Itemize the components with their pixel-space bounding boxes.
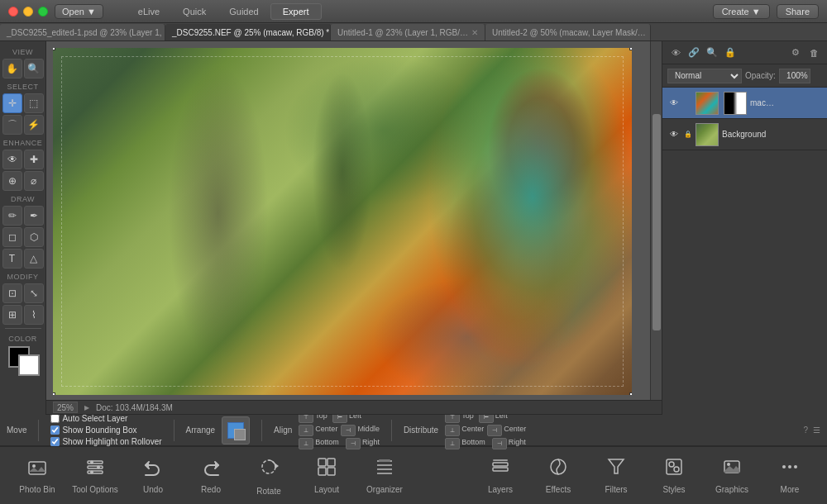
- tool-options-icon: [85, 457, 105, 482]
- canvas-image[interactable]: [53, 48, 632, 395]
- highlight-text: Show Highlight on Rollover: [62, 437, 161, 446]
- layer-row-1[interactable]: 👁 🔒 Background: [662, 119, 827, 150]
- eye-dropper-tool[interactable]: 👁: [2, 150, 22, 169]
- layer-row-0[interactable]: 👁 mac…: [662, 88, 827, 119]
- type-tool[interactable]: T: [2, 249, 22, 269]
- recompose-tool[interactable]: ⊞: [2, 305, 22, 325]
- dist-right-btn[interactable]: ⊣: [492, 438, 507, 449]
- move-tool[interactable]: ✛: [2, 93, 22, 113]
- align-middle-btn[interactable]: ⊣: [341, 425, 356, 436]
- paint-bucket-tool[interactable]: ⬡: [24, 227, 44, 247]
- svg-marker-10: [275, 464, 279, 468]
- hand-tool[interactable]: ✋: [2, 59, 22, 78]
- layer-eye-1[interactable]: 👁: [667, 128, 681, 141]
- more-tool[interactable]: More: [761, 451, 819, 501]
- share-button[interactable]: Share: [777, 4, 819, 19]
- lock-rp-icon[interactable]: 🔒: [722, 45, 739, 61]
- draw-tools-1: ✏ ✒: [2, 206, 44, 226]
- trash-rp-icon[interactable]: 🗑: [805, 45, 822, 61]
- tool-options-tool[interactable]: Tool Options: [66, 451, 124, 501]
- tab-guided[interactable]: Guided: [218, 4, 270, 19]
- organizer-tool[interactable]: Organizer: [356, 451, 414, 501]
- handle-tr[interactable]: [629, 48, 632, 50]
- auto-select-checkbox[interactable]: [50, 414, 60, 423]
- blend-mode-select[interactable]: Normal Multiply Screen Overlay: [667, 69, 742, 83]
- close-button[interactable]: [8, 7, 18, 17]
- settings-rp-icon[interactable]: ⚙: [787, 45, 804, 61]
- doc-tab-1[interactable]: _DSC9255.NEF @ 25% (macaw, RGB/8) * ✕: [165, 24, 331, 40]
- highlight-checkbox[interactable]: [50, 437, 60, 446]
- healing-tool[interactable]: ✚: [24, 150, 44, 169]
- marquee-tool[interactable]: ⬚: [24, 93, 44, 113]
- dist-bottom-btn[interactable]: ⊥: [445, 438, 460, 449]
- minimize-button[interactable]: [23, 7, 33, 17]
- bounding-box-label[interactable]: Show Bounding Box: [50, 426, 161, 435]
- brush-tool[interactable]: ✏: [2, 206, 22, 226]
- create-button[interactable]: Create ▼: [713, 4, 770, 19]
- transform-tool[interactable]: ⤡: [24, 283, 44, 303]
- lasso-tool[interactable]: ⌒: [2, 115, 22, 135]
- magic-wand-tool[interactable]: ⚡: [24, 115, 44, 135]
- graphics-tool[interactable]: Graphics: [703, 451, 761, 501]
- align-bottom-btn[interactable]: ⊥: [299, 438, 313, 449]
- opacity-input[interactable]: [779, 69, 810, 83]
- redo-tool[interactable]: Redo: [182, 451, 240, 501]
- layer-eye-0[interactable]: 👁: [667, 97, 681, 110]
- handle-bl[interactable]: [53, 392, 55, 395]
- clone-tool[interactable]: ⊕: [2, 171, 22, 191]
- undo-icon: [143, 457, 163, 482]
- auto-select-label[interactable]: Auto Select Layer: [50, 414, 161, 423]
- zoom-display[interactable]: 25%: [53, 402, 78, 413]
- smart-brush-tool[interactable]: ⌀: [24, 171, 44, 191]
- svg-point-26: [727, 463, 730, 466]
- bounding-box-checkbox[interactable]: [50, 426, 60, 435]
- handle-tl[interactable]: [53, 48, 55, 50]
- undo-tool[interactable]: Undo: [124, 451, 182, 501]
- tab-expert[interactable]: Expert: [270, 3, 322, 20]
- handle-br[interactable]: [629, 392, 632, 395]
- vertical-scrollbar[interactable]: [650, 41, 662, 403]
- align-center-v-btn[interactable]: ⊥: [299, 425, 313, 436]
- highlight-label[interactable]: Show Highlight on Rollover: [50, 437, 161, 446]
- link-icon[interactable]: 🔗: [686, 45, 702, 61]
- effects-tool[interactable]: Effects: [529, 451, 587, 501]
- tab-quick[interactable]: Quick: [171, 4, 218, 19]
- rotate-tool[interactable]: Rotate: [240, 451, 298, 501]
- svg-rect-15: [379, 459, 390, 462]
- styles-tool[interactable]: Styles: [645, 451, 703, 501]
- eraser-tool[interactable]: ◻: [2, 227, 22, 247]
- crop-tool[interactable]: ⊡: [2, 283, 22, 303]
- color-swatch[interactable]: [5, 346, 41, 376]
- filters-tool[interactable]: Filters: [587, 451, 645, 501]
- doc-tab-3[interactable]: Untitled-2 @ 50% (macaw, Layer Mask/… ✕: [485, 24, 651, 40]
- filters-label: Filters: [605, 485, 627, 494]
- doc-tab-0[interactable]: _DSC9255_edited-1.psd @ 23% (Layer 1, RG…: [0, 24, 165, 40]
- open-button[interactable]: Open ▼: [55, 4, 103, 19]
- vertical-scroll-thumb[interactable]: [653, 114, 661, 331]
- graphics-icon: [722, 457, 742, 482]
- zoom-tool[interactable]: 🔍: [24, 59, 44, 78]
- doc-tab-close-3[interactable]: ✕: [649, 28, 651, 37]
- dist-center-btn[interactable]: ⊥: [445, 425, 460, 436]
- search-rp-icon[interactable]: 🔍: [704, 45, 720, 61]
- panel-icon[interactable]: ☰: [813, 426, 820, 435]
- doc-tab-close-2[interactable]: ✕: [471, 28, 478, 37]
- help-icon[interactable]: ?: [803, 426, 808, 435]
- eye-icon[interactable]: 👁: [667, 45, 684, 61]
- layer-thumb-1: [696, 123, 719, 146]
- layers-tool[interactable]: Layers: [471, 451, 529, 501]
- dist-middle-btn[interactable]: ⊣: [487, 425, 502, 436]
- open-arrow: ▼: [87, 7, 96, 17]
- doc-tab-2[interactable]: Untitled-1 @ 23% (Layer 1, RGB/… ✕: [331, 24, 485, 40]
- maximize-button[interactable]: [38, 7, 48, 17]
- shape-tool[interactable]: △: [24, 249, 44, 269]
- background-color[interactable]: [18, 354, 40, 376]
- align-label: Align: [274, 426, 292, 435]
- photo-bin-tool[interactable]: Photo Bin: [8, 451, 66, 501]
- straighten-tool[interactable]: ⌇: [24, 305, 44, 325]
- align-right-btn[interactable]: ⊣: [346, 438, 361, 449]
- pencil-tool[interactable]: ✒: [24, 206, 44, 226]
- arrange-visual[interactable]: [222, 416, 250, 445]
- tab-elive[interactable]: eLive: [127, 4, 171, 19]
- layout-tool[interactable]: Layout: [298, 451, 356, 501]
